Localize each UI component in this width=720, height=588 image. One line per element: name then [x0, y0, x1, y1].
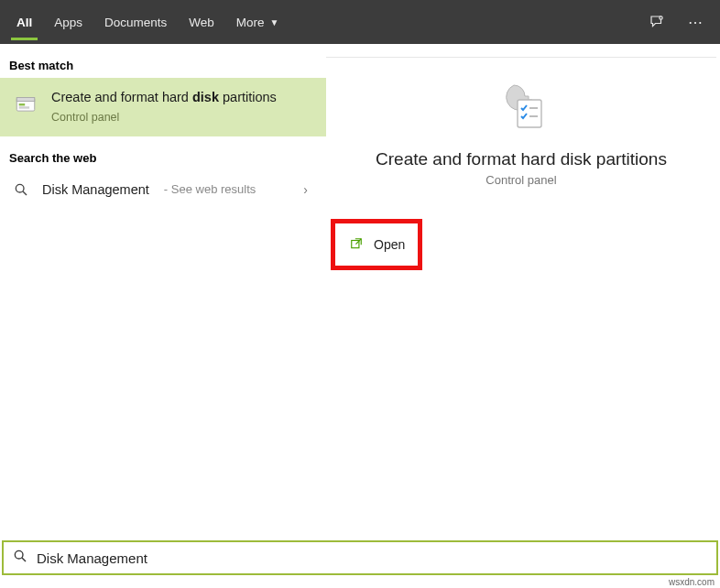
- open-button[interactable]: Open: [333, 222, 420, 267]
- feedback-icon[interactable]: [638, 0, 676, 44]
- details-pane: Create and format hard disk partitions C…: [326, 57, 716, 539]
- search-icon: [13, 181, 29, 198]
- content-area: Best match Create and format hard disk p…: [0, 44, 720, 539]
- tab-web[interactable]: Web: [178, 0, 225, 44]
- tab-label: More: [236, 16, 265, 29]
- text: partitions: [219, 90, 277, 104]
- text-bold: disk: [192, 90, 219, 104]
- tab-documents[interactable]: Documents: [93, 0, 178, 44]
- details-title: Create and format hard disk partitions: [326, 149, 716, 169]
- section-search-web: Search the web: [0, 136, 326, 170]
- chevron-right-icon[interactable]: ›: [303, 182, 308, 197]
- best-match-item[interactable]: Create and format hard disk partitions C…: [0, 78, 326, 136]
- text: Create and format hard: [51, 90, 192, 104]
- tab-more[interactable]: More ▼: [225, 0, 290, 44]
- app-large-icon: [492, 78, 551, 136]
- svg-point-0: [660, 16, 662, 19]
- filter-tabbar: All Apps Documents Web More ▼ ⋯: [0, 0, 720, 44]
- tab-label: Documents: [104, 16, 167, 29]
- web-result-item[interactable]: Disk Management - See web results ›: [0, 170, 326, 209]
- disk-partition-icon: [13, 91, 38, 116]
- section-best-match: Best match: [0, 44, 326, 78]
- results-pane: Best match Create and format hard disk p…: [0, 44, 326, 539]
- svg-rect-2: [16, 98, 35, 102]
- best-match-subtitle: Control panel: [51, 111, 277, 124]
- svg-rect-4: [19, 106, 29, 108]
- tab-label: Apps: [54, 16, 82, 29]
- search-icon: [13, 549, 27, 567]
- watermark: wsxdn.com: [669, 577, 715, 587]
- best-match-title: Create and format hard disk partitions: [51, 89, 277, 107]
- open-label: Open: [374, 237, 405, 252]
- web-result-label: Disk Management: [42, 182, 149, 197]
- search-bar[interactable]: [2, 540, 718, 575]
- svg-point-11: [15, 550, 23, 559]
- details-subtitle: Control panel: [326, 173, 716, 187]
- more-options-icon[interactable]: ⋯: [676, 0, 715, 44]
- best-match-text: Create and format hard disk partitions C…: [51, 89, 277, 124]
- svg-line-12: [22, 558, 26, 561]
- tab-apps[interactable]: Apps: [43, 0, 93, 44]
- tab-all[interactable]: All: [5, 0, 43, 44]
- tab-label: All: [16, 16, 32, 29]
- svg-line-6: [23, 191, 27, 195]
- chevron-down-icon: ▼: [270, 17, 279, 27]
- svg-point-5: [16, 184, 24, 192]
- tab-label: Web: [189, 16, 214, 29]
- web-result-hint: - See web results: [164, 182, 256, 196]
- svg-rect-3: [19, 103, 26, 105]
- svg-rect-7: [518, 100, 541, 127]
- details-actions: Open: [326, 222, 716, 267]
- search-input[interactable]: [37, 550, 707, 566]
- open-icon: [350, 237, 363, 253]
